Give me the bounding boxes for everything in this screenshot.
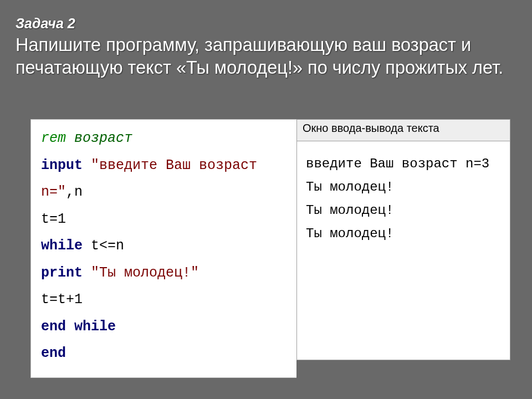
code-line-3: t=1	[41, 206, 289, 233]
code-line-2: input "введите Ваш возраст n=",n	[41, 152, 289, 206]
comment-text: возраст	[66, 130, 132, 146]
slide-header: Задача 2 Напишите программу, запрашивающ…	[16, 16, 516, 79]
output-body: введите Ваш возраст n=3 Ты молодец! Ты м…	[296, 141, 510, 360]
code-line-1: rem возраст	[41, 125, 289, 152]
keyword-rem: rem	[41, 130, 66, 146]
code-tail: t<=n	[83, 238, 124, 254]
keyword-input: input	[41, 157, 83, 173]
code-space	[83, 265, 91, 281]
code-line-6: t=t+1	[41, 287, 289, 314]
keyword-end: end	[41, 345, 66, 361]
code-text: t=t+1	[41, 291, 83, 308]
code-text: t=1	[41, 211, 66, 227]
code-line-4: while t<=n	[41, 233, 289, 260]
keyword-while: while	[41, 238, 83, 254]
keyword-print: print	[41, 265, 83, 281]
code-panel: rem возраст input "введите Ваш возраст n…	[30, 119, 296, 378]
output-panel: Окно ввода-вывода текста введите Ваш воз…	[296, 119, 510, 360]
output-line: Ты молодец!	[306, 176, 501, 199]
task-label: Задача 2	[16, 16, 516, 32]
output-line: введите Ваш возраст n=3	[306, 152, 501, 176]
string-literal: "Ты молодец!"	[91, 265, 199, 281]
keyword-endwhile: end while	[41, 319, 116, 335]
panels-row: rem возраст input "введите Ваш возраст n…	[30, 119, 513, 378]
slide: Задача 2 Напишите программу, запрашивающ…	[0, 0, 532, 399]
code-line-8: end	[41, 340, 289, 367]
output-line: Ты молодец!	[306, 222, 501, 245]
output-title: Окно ввода-вывода текста	[296, 119, 510, 141]
task-text: Напишите программу, запрашивающую ваш во…	[16, 34, 516, 79]
code-line-7: end while	[41, 314, 289, 341]
output-line: Ты молодец!	[306, 199, 501, 222]
code-space	[83, 157, 91, 173]
code-line-5: print "Ты молодец!"	[41, 260, 289, 287]
code-tail: ,n	[66, 184, 83, 200]
